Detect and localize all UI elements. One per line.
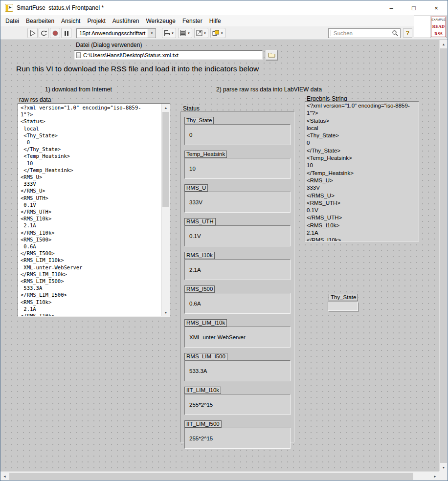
abort-icon xyxy=(52,30,58,36)
align-objects-button[interactable]: ▼ xyxy=(162,28,176,38)
status-field-label: RMS_LIM_I10k xyxy=(184,319,227,327)
minimize-icon: – xyxy=(389,4,393,12)
distribute-objects-icon xyxy=(180,30,186,36)
status-field: Temp_Heatsink 10 xyxy=(184,149,291,179)
status-field-value: 255*2^15 xyxy=(184,394,291,415)
status-field-value: 0.6A xyxy=(184,293,291,314)
ergebnis-text: <?xml version="1.0" encoding="iso-8859- … xyxy=(305,102,419,241)
reorder-button[interactable]: ▼ xyxy=(210,28,225,38)
menu-bearbeiten[interactable]: Bearbeiten xyxy=(22,16,58,26)
vi-icon[interactable]: EXAMPLE READ RSS xyxy=(430,16,447,38)
align-objects-icon xyxy=(164,30,170,36)
scroll-down-button[interactable]: ▼ xyxy=(440,463,448,471)
status-field-label: RMS_LIM_I500 xyxy=(184,353,227,360)
menu-datei[interactable]: Datei xyxy=(2,16,22,26)
search-placeholder: Suchen xyxy=(334,30,392,36)
menu-hilfe[interactable]: Hilfe xyxy=(206,16,224,26)
status-field-label: RMS_I500 xyxy=(184,285,215,293)
close-button[interactable]: × xyxy=(425,0,448,15)
search-input[interactable]: Suchen xyxy=(328,28,401,38)
vi-icon-pane: EXAMPLE READ RSS xyxy=(414,16,447,38)
status-field-label: Temp_Heatsink xyxy=(184,151,227,158)
status-field-label: RMS_I10k xyxy=(184,252,215,259)
font-ring[interactable]: 15pt Anwendungsschriftart ▼ xyxy=(76,28,156,38)
status-field: RMS_I10k 2.1A xyxy=(184,250,291,280)
left-arrow-icon: ◄ xyxy=(3,475,6,478)
down-arrow-icon: ▼ xyxy=(164,311,168,314)
raw-rss-scrollbar[interactable]: ▲ ▼ xyxy=(161,104,170,316)
status-field-label: RMS_UTH xyxy=(184,218,216,225)
thy-state-input[interactable] xyxy=(328,302,358,311)
font-ring-dropdown: ▼ xyxy=(148,28,156,38)
status-field-label: Thy_State xyxy=(184,117,214,124)
status-field: IIT_LIM_I500 255*2^15 xyxy=(184,419,291,449)
status-field-value: 255*2^15 xyxy=(184,428,291,449)
scroll-up-button[interactable]: ▲ xyxy=(440,40,448,48)
status-field-label: IIT_LIM_I500 xyxy=(184,420,222,428)
raw-rss-label: raw rss data xyxy=(18,96,52,103)
run-button[interactable] xyxy=(27,28,38,38)
up-arrow-icon: ▲ xyxy=(442,43,446,46)
down-arrow-icon: ▼ xyxy=(442,466,446,469)
chevron-down-icon: ▼ xyxy=(221,32,224,35)
scroll-right-button[interactable]: ► xyxy=(431,472,439,481)
thy-state-label: Thy_State xyxy=(329,294,358,301)
ergebnis-indicator: <?xml version="1.0" encoding="iso-8859- … xyxy=(305,101,419,241)
step2-label: 2) parse raw rss data into LabVIEW data xyxy=(215,86,323,93)
raw-rss-text: <?xml version="1.0" encoding="iso-8859- … xyxy=(19,104,161,316)
maximize-icon: □ xyxy=(412,4,416,12)
abort-button[interactable] xyxy=(50,28,60,38)
menu-fenster[interactable]: Fenster xyxy=(179,16,206,26)
titlebar: ➤ SmartFuse_status.vi Frontpanel * – □ × xyxy=(0,0,448,15)
status-field-value: 0.1V xyxy=(184,225,291,246)
status-field: RMS_I500 0.6A xyxy=(184,284,291,314)
status-field-value: 533.3A xyxy=(184,360,291,381)
close-icon: × xyxy=(434,4,438,12)
run-continuous-icon xyxy=(40,30,47,36)
menu-projekt[interactable]: Projekt xyxy=(84,16,109,26)
minimize-button[interactable]: – xyxy=(380,0,403,15)
status-field: RMS_UTH 0.1V xyxy=(184,217,291,246)
distribute-objects-button[interactable]: ▼ xyxy=(178,28,192,38)
search-icon xyxy=(392,30,398,36)
vi-icon-text-line3: RSS xyxy=(434,32,443,36)
pause-button[interactable] xyxy=(61,28,71,38)
scroll-down-button[interactable]: ▼ xyxy=(162,308,170,316)
window-controls: – □ × xyxy=(380,0,448,15)
status-cluster-label: Status xyxy=(182,105,201,112)
menu-ausfuehren[interactable]: Ausführen xyxy=(109,16,143,26)
path-type-icon xyxy=(76,52,81,58)
run-arrow-icon xyxy=(29,30,36,37)
menu-ansicht[interactable]: Ansicht xyxy=(58,16,84,26)
scrollbar-thumb[interactable] xyxy=(9,473,413,480)
right-arrow-icon: ► xyxy=(433,475,437,478)
maximize-button[interactable]: □ xyxy=(403,0,425,15)
horizontal-scrollbar[interactable]: ◄ ► xyxy=(0,471,439,481)
vi-icon-graphic: EXAMPLE READ RSS xyxy=(431,17,446,37)
file-path-input[interactable]: C:\Users\Hansi\Desktop\Status.xml.txt xyxy=(74,50,263,60)
run-continuous-button[interactable] xyxy=(39,28,49,38)
help-button[interactable]: ? xyxy=(403,28,412,38)
vertical-scrollbar[interactable]: ▲ ▼ xyxy=(439,40,448,471)
vi-icon-text-line2: READ xyxy=(432,24,445,29)
resize-objects-icon xyxy=(196,30,202,36)
up-arrow-icon: ▲ xyxy=(164,106,168,109)
chevron-down-icon: ▼ xyxy=(151,32,154,35)
browse-button[interactable] xyxy=(266,50,277,60)
status-field-value: XML-unter-WebServer xyxy=(184,327,291,348)
menu-werkzeuge[interactable]: Werkzeuge xyxy=(142,16,179,26)
status-field-label: RMS_U xyxy=(184,184,208,192)
labview-app-icon: ➤ xyxy=(5,4,13,12)
scrollbar-thumb[interactable] xyxy=(440,48,447,463)
status-field-label: IIT_LIM_I10k xyxy=(184,387,221,394)
pause-icon xyxy=(64,30,69,36)
raw-rss-indicator: <?xml version="1.0" encoding="iso-8859- … xyxy=(18,103,170,317)
status-field: RMS_U 333V xyxy=(184,183,291,213)
scroll-up-button[interactable]: ▲ xyxy=(162,104,170,111)
folder-icon xyxy=(268,52,275,58)
status-field: RMS_LIM_I500 533.3A xyxy=(184,351,291,381)
status-cluster: Thy_State 0 Temp_Heatsink 10 RMS_U 333V … xyxy=(180,111,294,442)
scrollbar-thumb[interactable] xyxy=(162,112,169,207)
resize-objects-button[interactable]: ▼ xyxy=(194,28,208,38)
scroll-left-button[interactable]: ◄ xyxy=(0,472,9,481)
